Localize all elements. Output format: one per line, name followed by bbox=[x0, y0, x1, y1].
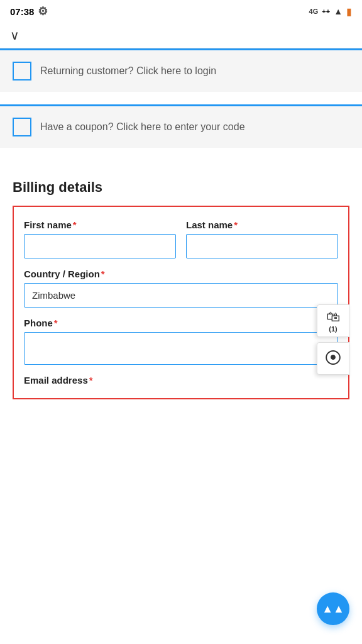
email-required: * bbox=[89, 375, 93, 386]
user-fab-button[interactable]: ⦿ bbox=[317, 342, 349, 375]
last-name-input[interactable] bbox=[186, 234, 338, 258]
country-label: Country / Region* bbox=[24, 269, 338, 279]
signal-icon: ▲ bbox=[334, 6, 343, 16]
last-name-group: Last name* bbox=[186, 219, 338, 258]
billing-section: Billing details First name* Last name* bbox=[0, 167, 362, 399]
nav-bar: ∨ bbox=[0, 23, 362, 48]
last-name-required: * bbox=[234, 219, 238, 230]
cart-badge: (1) bbox=[329, 325, 337, 333]
country-input[interactable] bbox=[24, 283, 338, 308]
last-name-label: Last name* bbox=[186, 219, 338, 230]
returning-customer-icon bbox=[13, 62, 31, 80]
coupon-text[interactable]: Have a coupon? Click here to enter your … bbox=[40, 120, 245, 134]
returning-customer-text[interactable]: Returning customer? Click here to login bbox=[40, 64, 216, 78]
cart-fab-button[interactable]: 🛍 (1) bbox=[317, 304, 349, 337]
battery-icon: ▮ bbox=[346, 6, 352, 18]
coupon-banner[interactable]: Have a coupon? Click here to enter your … bbox=[0, 104, 362, 148]
first-name-label: First name* bbox=[24, 219, 176, 230]
phone-row: Phone* bbox=[24, 318, 338, 365]
email-label: Email address* bbox=[24, 375, 338, 386]
user-icon: ⦿ bbox=[324, 348, 342, 369]
network-type-label: ++ bbox=[322, 8, 330, 15]
phone-label: Phone* bbox=[24, 318, 338, 328]
gear-icon: ⚙ bbox=[38, 4, 48, 18]
name-row: First name* Last name* bbox=[24, 219, 338, 258]
chevron-down-icon[interactable]: ∨ bbox=[10, 28, 19, 43]
first-name-input[interactable] bbox=[24, 234, 176, 258]
phone-required: * bbox=[54, 318, 58, 328]
status-right: 4G ++ ▲ ▮ bbox=[309, 6, 352, 18]
first-name-group: First name* bbox=[24, 219, 176, 258]
returning-customer-banner[interactable]: Returning customer? Click here to login bbox=[0, 48, 362, 92]
time-display: 07:38 bbox=[10, 6, 34, 17]
email-row: Email address* bbox=[24, 375, 338, 386]
phone-group: Phone* bbox=[24, 318, 338, 365]
coupon-icon bbox=[13, 118, 31, 136]
country-row: Country / Region* bbox=[24, 269, 338, 308]
phone-input[interactable] bbox=[24, 332, 338, 365]
network-label: 4G bbox=[309, 8, 319, 15]
cart-icon: 🛍 bbox=[326, 309, 340, 325]
email-group: Email address* bbox=[24, 375, 338, 386]
country-required: * bbox=[101, 269, 105, 279]
billing-form: First name* Last name* Country / Region* bbox=[13, 206, 349, 399]
status-left: 07:38 ⚙ bbox=[10, 4, 48, 18]
country-group: Country / Region* bbox=[24, 269, 338, 308]
status-bar: 07:38 ⚙ 4G ++ ▲ ▮ bbox=[0, 0, 362, 23]
first-name-required: * bbox=[73, 219, 77, 230]
billing-title: Billing details bbox=[13, 179, 349, 196]
